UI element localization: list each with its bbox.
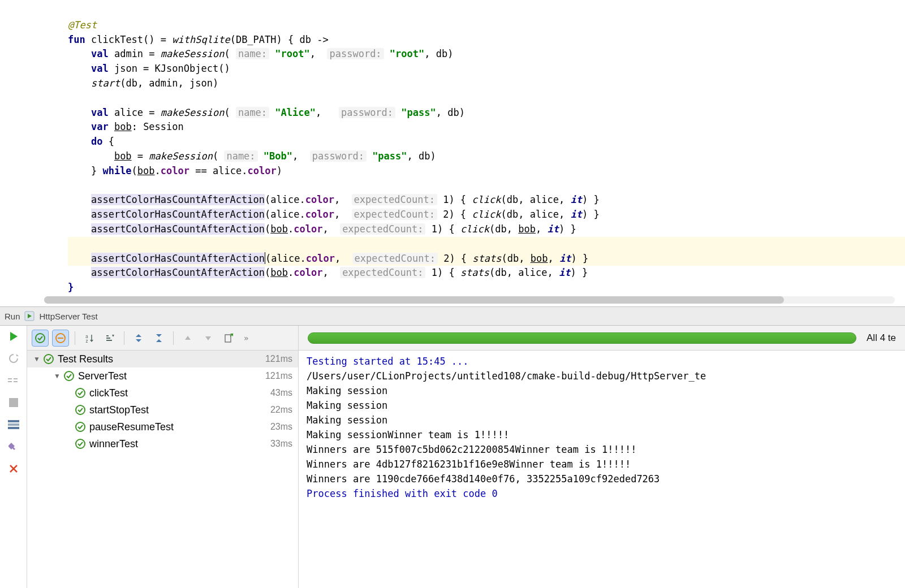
toolbar-separator (124, 331, 124, 345)
hint-password: password: (339, 107, 395, 118)
svg-marker-25 (136, 334, 141, 337)
keyword-val: val (91, 63, 109, 74)
run-label: Run (5, 312, 20, 321)
hint-password: password: (310, 150, 367, 162)
sort-by-duration-button[interactable] (101, 330, 118, 347)
run-button[interactable] (7, 330, 20, 343)
show-passed-button[interactable] (32, 330, 49, 347)
field-color: color (161, 165, 189, 176)
svg-rect-7 (14, 381, 18, 382)
svg-rect-10 (8, 423, 19, 426)
annotation: @Test (68, 19, 97, 31)
svg-marker-30 (205, 336, 211, 340)
editor-horizontal-scrollbar[interactable] (44, 296, 895, 304)
pin-button[interactable] (7, 440, 20, 453)
fn-start: start (91, 77, 120, 89)
fn-makeSession: makeSession (161, 48, 225, 59)
tree-root[interactable]: ▼ Test Results 121ms (27, 351, 298, 368)
str-pass: "pass" (372, 150, 407, 162)
console-output[interactable]: Testing started at 15:45 ... /Users/user… (299, 351, 905, 588)
tree-test-label: winnerTest (89, 435, 138, 452)
console-line: Winners are 4db127f8216231b1f16e9e8Winne… (307, 459, 631, 470)
svg-rect-8 (9, 398, 18, 407)
var-alice: alice (114, 107, 143, 118)
expand-all-button[interactable] (130, 330, 147, 347)
keyword-val: val (91, 107, 109, 118)
stop-button[interactable] (7, 396, 20, 409)
collapse-all-button[interactable] (150, 330, 167, 347)
run-config-icon (24, 310, 35, 322)
console-panel: All 4 te Testing started at 15:45 ... /U… (299, 326, 905, 588)
tree-test[interactable]: startStopTest 22ms (27, 401, 298, 418)
svg-marker-29 (185, 336, 191, 340)
next-failed-button[interactable] (200, 330, 217, 347)
tree-root-time: 121ms (265, 351, 292, 368)
scrollbar-thumb[interactable] (44, 296, 784, 304)
test-progress-bar (308, 332, 856, 344)
svg-marker-2 (10, 332, 18, 341)
toolbar-separator (75, 331, 75, 345)
svg-marker-27 (156, 334, 162, 337)
svg-marker-24 (112, 335, 114, 337)
fn-click: click (472, 194, 501, 205)
close-button[interactable] (7, 462, 20, 475)
test-tree-panel: az » (27, 326, 299, 588)
type-kjsonobject: KJsonObject (155, 63, 219, 74)
expand-arrow-icon[interactable]: ▼ (53, 368, 61, 384)
keyword-fun: fun (68, 34, 85, 45)
tree-test-label: pauseResumeTest (89, 418, 174, 435)
fn-withSqlite: withSqlite (172, 34, 230, 45)
pass-icon (75, 404, 86, 416)
lambda-param-db: db (300, 34, 311, 45)
var-bob: bob (114, 121, 132, 132)
svg-marker-20 (90, 340, 93, 342)
tree-test[interactable]: clickTest 43ms (27, 384, 298, 401)
tree-suite[interactable]: ▼ ServerTest 121ms (27, 368, 298, 384)
test-tree[interactable]: ▼ Test Results 121ms ▼ ServerTest 121ms … (27, 351, 298, 588)
tree-test-time: 33ms (270, 435, 292, 452)
fn-assert: assertColorHasCountAfterAction (91, 194, 265, 205)
toolbar-separator (173, 331, 174, 345)
hint-name: name: (224, 150, 257, 162)
expand-arrow-icon[interactable]: ▼ (33, 351, 41, 368)
console-line: Process finished with exit code 0 (307, 488, 498, 499)
tree-test[interactable]: pauseResumeTest 23ms (27, 418, 298, 435)
show-ignored-button[interactable] (52, 330, 69, 347)
svg-rect-4 (8, 378, 12, 379)
layout-button[interactable] (7, 418, 20, 431)
kw-it: it (570, 194, 581, 205)
sort-alphabetically-button[interactable]: az (81, 330, 98, 347)
fn-clickTest: clickTest (91, 34, 143, 45)
previous-failed-button[interactable] (179, 330, 196, 347)
svg-rect-9 (8, 420, 19, 422)
svg-marker-26 (136, 339, 141, 342)
test-toolbar: az » (27, 326, 298, 351)
code-editor[interactable]: @Test fun clickTest() = withSqlite(DB_PA… (0, 0, 905, 306)
str-root2: "root" (390, 48, 424, 59)
type-session: Session (143, 121, 184, 132)
svg-marker-3 (16, 354, 19, 356)
arg-db: db (436, 48, 447, 59)
str-alice: "Alice" (275, 107, 316, 118)
toolwindow-body: az » (0, 326, 905, 588)
svg-rect-11 (8, 427, 19, 429)
svg-point-35 (64, 371, 74, 381)
rerun-failed-button[interactable] (7, 352, 20, 365)
export-results-button[interactable] (220, 330, 237, 347)
svg-marker-28 (156, 339, 162, 342)
tree-test[interactable]: winnerTest 33ms (27, 435, 298, 452)
toolwindow-header[interactable]: Run HttpServer Test (0, 306, 905, 326)
caret-line: assertColorHasCountAfterAction(alice.col… (68, 237, 905, 266)
tree-root-label: Test Results (58, 351, 113, 368)
tree-test-label: clickTest (89, 384, 128, 401)
console-line: Winners are 515f007c5bd062c212200854Winn… (307, 444, 636, 455)
console-line: Winners are 1190cde766ef438d140e0f76, 33… (307, 473, 660, 485)
keyword-val: val (91, 48, 109, 59)
toggle-auto-test-button[interactable] (7, 374, 20, 387)
console-toolbar: All 4 te (299, 326, 905, 351)
toolbar-more[interactable]: » (244, 334, 248, 343)
test-summary: All 4 te (867, 332, 896, 344)
console-line: Making session (307, 400, 387, 411)
svg-point-34 (44, 354, 53, 364)
console-line: Making session (307, 414, 387, 426)
